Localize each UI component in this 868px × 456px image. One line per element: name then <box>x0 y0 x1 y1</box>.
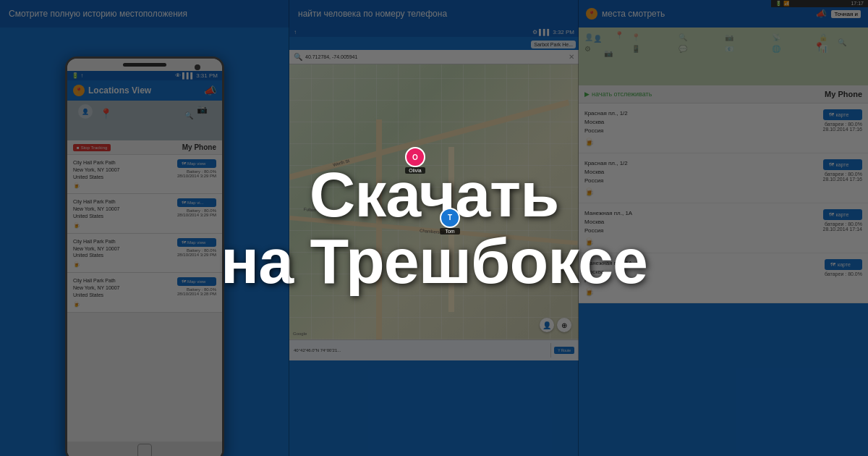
overlay-text: Скачать на Трешбоксе <box>221 161 647 295</box>
download-overlay: Скачать на Трешбоксе <box>0 0 868 456</box>
overlay-line1: Скачать <box>221 161 647 228</box>
avatar-tom: T Tom <box>440 208 460 235</box>
avatar-olivia: O Olivia <box>405 147 425 174</box>
overlay-line2: на Трешбоксе <box>221 228 647 295</box>
